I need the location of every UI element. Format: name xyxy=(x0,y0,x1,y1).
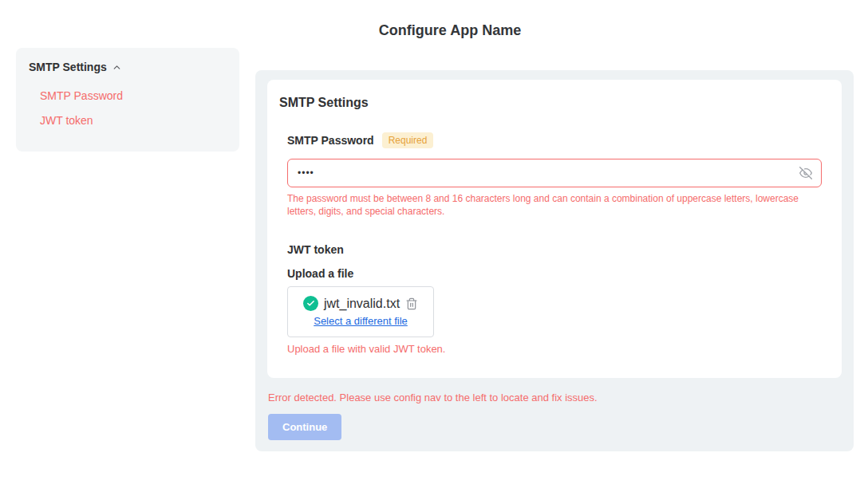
config-nav-sidebar: SMTP Settings SMTP Password JWT token xyxy=(16,48,239,152)
smtp-password-label: SMTP Password xyxy=(287,134,374,147)
smtp-settings-card: SMTP Settings SMTP Password Required The… xyxy=(267,80,842,378)
trash-icon[interactable] xyxy=(405,297,418,310)
config-form-panel: SMTP Settings SMTP Password Required The… xyxy=(255,70,854,451)
card-heading: SMTP Settings xyxy=(279,96,822,110)
sidebar-section-smtp-settings[interactable]: SMTP Settings xyxy=(29,61,227,73)
jwt-upload-error-text: Upload a file with valid JWT token. xyxy=(287,343,822,355)
select-different-file-link[interactable]: Select a different file xyxy=(298,315,424,327)
chevron-up-icon xyxy=(112,62,122,73)
file-upload-box: jwt_invalid.txt Select a different file xyxy=(287,286,434,337)
sidebar-item-jwt-token[interactable]: JWT token xyxy=(40,114,227,127)
upload-a-file-label: Upload a file xyxy=(287,267,822,280)
smtp-password-input[interactable] xyxy=(287,159,822,187)
form-error-message: Error detected. Please use config nav to… xyxy=(268,392,842,403)
smtp-password-error-text: The password must be between 8 and 16 ch… xyxy=(287,192,822,218)
sidebar-section-label: SMTP Settings xyxy=(29,61,107,73)
eye-off-icon[interactable] xyxy=(799,167,812,179)
check-circle-icon xyxy=(303,296,318,311)
required-badge: Required xyxy=(382,132,434,148)
jwt-token-label: JWT token xyxy=(287,243,822,256)
uploaded-file-name: jwt_invalid.txt xyxy=(324,297,400,311)
sidebar-item-smtp-password[interactable]: SMTP Password xyxy=(40,89,227,102)
continue-button[interactable]: Continue xyxy=(268,414,341,440)
page-title: Configure App Name xyxy=(32,22,868,39)
